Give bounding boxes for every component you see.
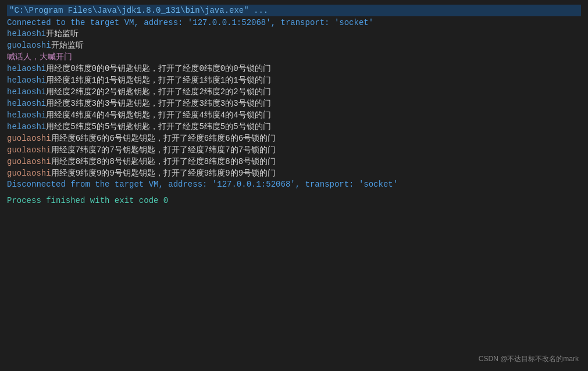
guolaoshi-monitor-line: guolaoshi开始监听 [7, 40, 581, 51]
action-line-0: helaoshi用经度0纬度0的0号钥匙钥匙，打开了经度0纬度0的0号锁的门 [7, 63, 581, 74]
action-text-4: 用经度4纬度4的4号钥匙钥匙，打开了经度4纬度4的4号锁的门 [46, 110, 270, 120]
action-line-6: guolaoshi用经度6纬度6的6号钥匙钥匙，打开了经度6纬度6的6号锁的门 [7, 133, 581, 144]
action-line-5: helaoshi用经度5纬度5的5号钥匙钥匙，打开了经度5纬度5的5号锁的门 [7, 121, 581, 133]
action-text-9: 用经度9纬度9的9号钥匙钥匙，打开了经度9纬度9的9号锁的门 [51, 169, 276, 178]
shout-line: 喊话人，大喊开门 [7, 51, 581, 63]
actor-name-1: helaoshi [7, 76, 46, 85]
action-text-3: 用经度3纬度3的3号钥匙钥匙，打开了经度3纬度3的3号锁的门 [46, 99, 270, 108]
action-text-0: 用经度0纬度0的0号钥匙钥匙，打开了经度0纬度0的0号锁的门 [46, 64, 270, 73]
watermark: CSDN @不达目标不改名的mark [479, 354, 579, 364]
guolaoshi-monitor-text: 开始监听 [51, 41, 84, 50]
action-line-1: helaoshi用经度1纬度1的1号钥匙钥匙，打开了经度1纬度1的1号锁的门 [7, 74, 581, 86]
blank-line [7, 190, 581, 195]
actor-name-4: helaoshi [7, 110, 46, 120]
disconnected-line: Disconnected from the target VM, address… [7, 179, 581, 190]
actor-name-8: guolaoshi [7, 157, 51, 166]
helaoshi-monitor-text: 开始监听 [46, 29, 79, 38]
actor-name-0: helaoshi [7, 64, 46, 73]
helaoshi-name: helaoshi [7, 29, 46, 38]
action-text-6: 用经度6纬度6的6号钥匙钥匙，打开了经度6纬度6的6号锁的门 [51, 134, 276, 143]
connected-line: Connected to the target VM, address: '12… [7, 17, 581, 28]
header-line: "C:\Program Files\Java\jdk1.8.0_131\bin\… [7, 5, 581, 16]
action-text-8: 用经度8纬度8的8号钥匙钥匙，打开了经度8纬度8的8号锁的门 [51, 157, 276, 166]
action-line-9: guolaoshi用经度9纬度9的9号钥匙钥匙，打开了经度9纬度9的9号锁的门 [7, 167, 581, 179]
process-finish-line: Process finished with exit code 0 [7, 195, 581, 206]
action-line-2: helaoshi用经度2纬度2的2号钥匙钥匙，打开了经度2纬度2的2号锁的门 [7, 86, 581, 98]
action-text-7: 用经度7纬度7的7号钥匙钥匙，打开了经度7纬度7的7号锁的门 [51, 145, 276, 155]
actor-name-2: helaoshi [7, 87, 46, 97]
action-line-4: helaoshi用经度4纬度4的4号钥匙钥匙，打开了经度4纬度4的4号锁的门 [7, 109, 581, 121]
actor-name-3: helaoshi [7, 99, 46, 108]
action-line-7: guolaoshi用经度7纬度7的7号钥匙钥匙，打开了经度7纬度7的7号锁的门 [7, 144, 581, 156]
actor-name-6: guolaoshi [7, 134, 51, 143]
helaoshi-monitor-line: helaoshi开始监听 [7, 28, 581, 40]
console-output[interactable]: "C:\Program Files\Java\jdk1.8.0_131\bin\… [0, 0, 588, 371]
guolaoshi-name: guolaoshi [7, 41, 51, 50]
action-line-3: helaoshi用经度3纬度3的3号钥匙钥匙，打开了经度3纬度3的3号锁的门 [7, 98, 581, 109]
action-text-2: 用经度2纬度2的2号钥匙钥匙，打开了经度2纬度2的2号锁的门 [46, 87, 270, 97]
action-text-5: 用经度5纬度5的5号钥匙钥匙，打开了经度5纬度5的5号锁的门 [46, 122, 270, 131]
actor-name-7: guolaoshi [7, 145, 51, 155]
action-line-8: guolaoshi用经度8纬度8的8号钥匙钥匙，打开了经度8纬度8的8号锁的门 [7, 156, 581, 167]
actor-name-5: helaoshi [7, 122, 46, 131]
action-text-1: 用经度1纬度1的1号钥匙钥匙，打开了经度1纬度1的1号锁的门 [46, 76, 270, 85]
actor-name-9: guolaoshi [7, 169, 51, 178]
